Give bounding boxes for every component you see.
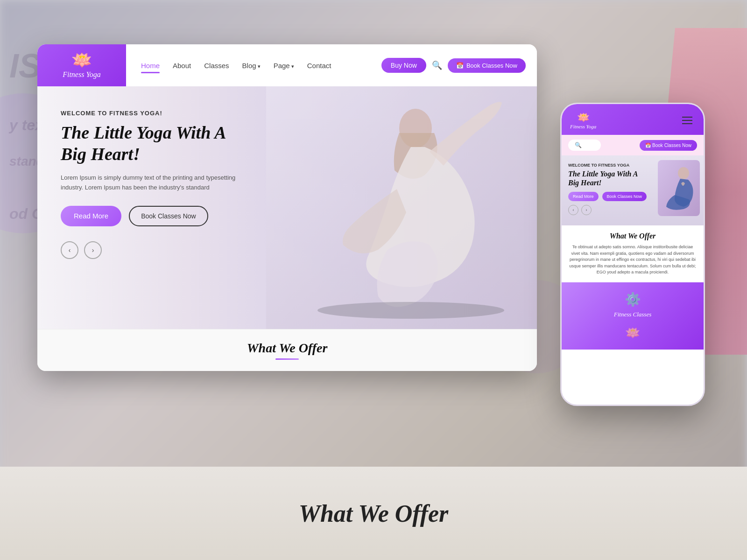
mobile-offer-text: Te obtinuat ut adepto satis somno. Aliis…: [568, 244, 697, 276]
what-we-offer-title: What We Offer: [247, 341, 328, 356]
underline-accent: [275, 358, 299, 360]
desktop-bottom-bar: What We Offer: [37, 329, 537, 371]
mobile-mockup: 🪷 Fitness Yoga 🔍 📅 Book Classes Now: [560, 103, 705, 406]
prev-arrow-button[interactable]: ‹: [61, 241, 78, 259]
mobile-book-button[interactable]: 📅 Book Classes Now: [640, 140, 697, 151]
mobile-brand-name: Fitness Yoga: [570, 124, 596, 129]
page-bottom-title: What We Offer: [299, 500, 449, 527]
mobile-fitness-icon: ⚙️: [625, 292, 641, 307]
mobile-lotus-bottom-icon: 🪷: [625, 326, 640, 340]
hero-buttons: Read More Book Classes Now: [61, 206, 247, 226]
hero-section: WELCOME TO FITNESS YOGA! The Little Yoga…: [37, 86, 537, 329]
mobile-fitness-label: Fitness Classes: [614, 311, 652, 318]
nav-link-page[interactable]: Page: [274, 62, 294, 70]
mobile-search-bar: 🔍 📅 Book Classes Now: [562, 135, 704, 155]
mobile-search-icon: 🔍: [575, 142, 582, 148]
hero-nav-arrows: ‹ ›: [61, 241, 247, 259]
read-more-button[interactable]: Read More: [61, 206, 121, 226]
hero-title: The Little Yoga With A Big Heart!: [61, 122, 247, 165]
hero-description: Lorem Ipsum is simply dummy text of the …: [61, 173, 247, 193]
mobile-nav: 🪷 Fitness Yoga: [562, 104, 704, 135]
svg-point-2: [317, 302, 504, 319]
mobile-book-classes-button[interactable]: Book Classes Now: [602, 192, 647, 201]
nav-links: Home About Classes Blog Page Contact: [141, 62, 381, 70]
hamburger-line-3: [682, 123, 692, 124]
mobile-fitness-section: ⚙️ Fitness Classes 🪷: [562, 282, 704, 350]
hero-content: WELCOME TO FITNESS YOGA! The Little Yoga…: [61, 110, 247, 259]
nav-link-about[interactable]: About: [173, 62, 191, 70]
mobile-hamburger-button[interactable]: [680, 115, 695, 126]
mobile-lotus-icon: 🪷: [577, 112, 590, 124]
what-we-offer-section: What We Offer: [247, 341, 328, 360]
hero-woman-svg: [266, 86, 537, 329]
nav-link-classes[interactable]: Classes: [204, 62, 229, 70]
mobile-prev-arrow[interactable]: ‹: [568, 205, 578, 215]
nav-link-blog[interactable]: Blog: [242, 62, 261, 70]
nav-actions: Buy Now 🔍 📅 Book Classes Now: [381, 58, 526, 73]
mobile-hero-title: The Little Yoga With A Big Heart!: [568, 169, 643, 187]
book-classes-button[interactable]: Book Classes Now: [129, 206, 208, 226]
nav-logo-area: 🪷 Fitness Yoga: [37, 44, 126, 86]
mobile-offer-title: What We Offer: [568, 232, 697, 240]
mobile-read-more-button[interactable]: Read More: [568, 192, 599, 201]
mobile-next-arrow[interactable]: ›: [581, 205, 592, 215]
hamburger-line-2: [682, 120, 692, 121]
hamburger-line-1: [682, 117, 692, 118]
search-button[interactable]: 🔍: [432, 60, 442, 70]
mobile-offer-section: What We Offer Te obtinuat ut adepto sati…: [562, 225, 704, 282]
mobile-book-label: Book Classes Now: [652, 143, 691, 148]
book-nav-label: Book Classes Now: [466, 62, 517, 69]
hero-subtitle: WELCOME TO FITNESS YOGA!: [61, 110, 247, 117]
buy-now-button[interactable]: Buy Now: [381, 58, 426, 73]
next-arrow-button[interactable]: ›: [84, 241, 102, 259]
mobile-logo-area: 🪷 Fitness Yoga: [570, 112, 596, 129]
svg-point-4: [678, 167, 689, 179]
nav-link-contact[interactable]: Contact: [307, 62, 331, 70]
mobile-calendar-icon: 📅: [645, 143, 651, 148]
page-bottom-section: What We Offer: [0, 467, 747, 560]
nav-bar: 🪷 Fitness Yoga Home About Classes Blog P…: [37, 44, 537, 86]
lotus-icon: 🪷: [71, 52, 92, 69]
nav-brand-name: Fitness Yoga: [63, 70, 101, 79]
book-classes-nav-button[interactable]: 📅 Book Classes Now: [448, 58, 526, 73]
mobile-search-field[interactable]: 🔍: [568, 140, 601, 151]
calendar-icon: 📅: [456, 62, 464, 69]
mobile-hero: WELCOME TO FITNESS YOGA The Little Yoga …: [562, 155, 704, 225]
desktop-mockup: 🪷 Fitness Yoga Home About Classes Blog P…: [37, 44, 537, 371]
nav-link-home[interactable]: Home: [141, 62, 160, 70]
mobile-yoga-figure-svg: [658, 160, 700, 216]
